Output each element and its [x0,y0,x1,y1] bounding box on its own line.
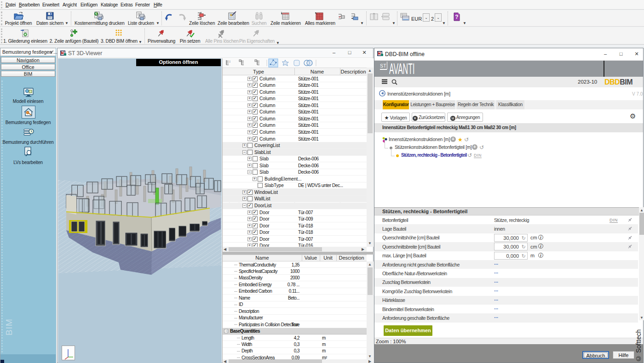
svg-text:?: ? [455,14,458,20]
svg-text:€: € [95,12,97,15]
